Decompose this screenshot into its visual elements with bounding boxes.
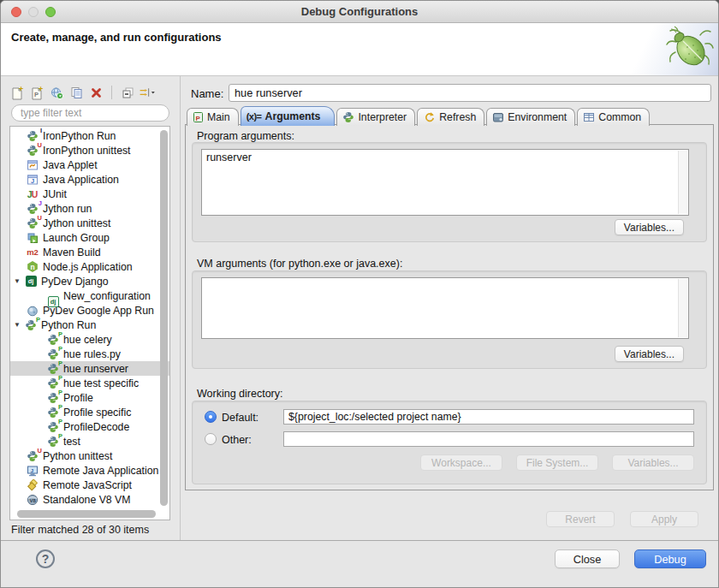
- default-label[interactable]: Default:: [222, 412, 258, 424]
- working-directory-label: Working directory:: [197, 388, 283, 400]
- delete-configuration-icon[interactable]: [87, 84, 104, 101]
- tree-item-java-application[interactable]: JJava Application: [10, 172, 169, 187]
- collapse-all-icon[interactable]: [119, 84, 136, 101]
- zoom-window-button[interactable]: [45, 7, 56, 17]
- maven-build-icon: m2: [26, 246, 39, 258]
- python-run-icon: P: [46, 392, 60, 404]
- program-arguments-group: runserver Variables...: [192, 142, 707, 242]
- pydev-django-icon: dj: [24, 276, 38, 288]
- other-label[interactable]: Other:: [222, 434, 252, 446]
- other-directory-input[interactable]: [283, 431, 694, 447]
- tree-item-python-unittest[interactable]: UPython unittest: [10, 448, 169, 463]
- tab-environment[interactable]: Environment: [486, 108, 575, 126]
- tree-item-hue-runserver[interactable]: Phue runserver: [10, 361, 169, 376]
- tab-interpreter[interactable]: Interpreter: [336, 108, 415, 126]
- jython-unittest-icon: U: [26, 217, 39, 229]
- v8-vm-icon: V8: [26, 494, 39, 506]
- refresh-tab-icon: [423, 111, 436, 123]
- tree-rows: IIronPython RunUIronPython unittestJava …: [10, 128, 169, 507]
- launch-group-icon: [26, 232, 39, 244]
- tree-item-profile-specific[interactable]: PProfile specific: [10, 405, 169, 419]
- tab-label: Interpreter: [358, 111, 407, 123]
- environment-tab-icon: [492, 111, 504, 123]
- expander-icon[interactable]: ▼: [12, 321, 24, 329]
- tree-horizontal-scrollbar[interactable]: [17, 510, 156, 518]
- textarea-scrollbar[interactable]: [678, 279, 687, 337]
- program-arguments-textarea[interactable]: runserver: [201, 149, 689, 216]
- tree-item-python-run[interactable]: ▼PPython Run: [10, 318, 169, 332]
- minimize-window-button[interactable]: [28, 7, 39, 17]
- workspace-button[interactable]: Workspace...: [420, 454, 502, 471]
- tree-item-hue-celery[interactable]: Phue celery: [10, 332, 169, 347]
- tree-item-pydev-google-app-run[interactable]: PyDev Google App Run: [10, 303, 169, 318]
- tree-item-maven-build[interactable]: m2Maven Build: [10, 245, 169, 259]
- help-button[interactable]: ?: [36, 549, 55, 568]
- tree-item-launch-group[interactable]: Launch Group: [10, 230, 169, 245]
- default-radio[interactable]: [205, 411, 217, 423]
- tree-item-jython-unittest[interactable]: UJython unittest: [10, 216, 169, 230]
- tree-item-profile[interactable]: PProfile: [10, 390, 169, 405]
- tree-item-profiledecode[interactable]: PProfileDecode: [10, 419, 169, 434]
- tab-label: Main: [207, 111, 230, 123]
- tree-item-test[interactable]: Ptest: [10, 434, 169, 448]
- close-window-button[interactable]: [11, 7, 21, 17]
- revert-button[interactable]: Revert: [546, 511, 615, 527]
- default-directory-input[interactable]: [283, 409, 694, 425]
- new-prototype-icon[interactable]: P+: [28, 84, 45, 101]
- pydev-django-new-icon: dj: [46, 290, 60, 302]
- textarea-scrollbar[interactable]: [678, 151, 687, 214]
- other-radio[interactable]: [205, 433, 217, 445]
- program-arguments-variables-button[interactable]: Variables...: [615, 219, 684, 235]
- filter-configurations-icon[interactable]: [139, 84, 156, 101]
- tree-item-label: PyDev Google App Run: [43, 305, 154, 317]
- dialog-button-bar: ? Close Debug: [1, 541, 718, 588]
- new-configuration-icon[interactable]: +: [9, 84, 26, 101]
- python-run-icon: P: [46, 421, 60, 433]
- tree-item-label: hue rules.py: [63, 348, 121, 360]
- vm-arguments-variables-button[interactable]: Variables...: [615, 346, 684, 362]
- tab-common[interactable]: Common: [577, 108, 650, 126]
- tree-item-standalone-v8-vm[interactable]: V8Standalone V8 VM: [10, 492, 169, 507]
- tree-item-label: Jython unittest: [43, 217, 110, 229]
- tree-item-ironpython-unittest[interactable]: UIronPython unittest: [10, 143, 169, 157]
- python-run-icon: P: [46, 348, 60, 360]
- header-banner: Create, manage, and run configurations: [1, 23, 718, 76]
- tree-item-label: Python unittest: [43, 450, 112, 462]
- debug-button[interactable]: Debug: [634, 549, 706, 568]
- apply-button[interactable]: Apply: [630, 511, 698, 527]
- file-system-button[interactable]: File System...: [516, 454, 598, 471]
- python-run-icon: P: [46, 363, 60, 375]
- configurations-tree[interactable]: IIronPython RunUIronPython unittestJava …: [9, 126, 170, 520]
- tree-item-new-configuration[interactable]: djNew_configuration: [10, 288, 169, 303]
- tree-vertical-scrollbar[interactable]: [160, 130, 168, 506]
- tree-item-remote-java-application[interactable]: JRemote Java Application: [10, 463, 169, 478]
- tree-item-ironpython-run[interactable]: IIronPython Run: [10, 128, 169, 143]
- vm-arguments-textarea[interactable]: [201, 277, 689, 339]
- tab-label: Arguments: [265, 110, 321, 122]
- tree-item-hue-rules-py[interactable]: Phue rules.py: [10, 347, 169, 361]
- tree-item-jython-run[interactable]: JJython run: [10, 201, 169, 216]
- tree-item-hue-test-specific[interactable]: Phue test specific: [10, 376, 169, 390]
- tree-item-pydev-django[interactable]: ▼djPyDev Django: [10, 274, 169, 288]
- title-bar: Debug Configurations: [1, 1, 718, 23]
- tab-arguments[interactable]: (x)=Arguments: [241, 106, 336, 126]
- tree-item-label: IronPython unittest: [43, 145, 131, 157]
- filter-input[interactable]: [11, 104, 169, 122]
- tree-item-junit[interactable]: JUJUnit: [10, 187, 169, 201]
- name-input[interactable]: [229, 84, 711, 102]
- close-button[interactable]: Close: [555, 549, 620, 568]
- duplicate-configuration-icon[interactable]: [68, 84, 85, 101]
- tree-item-node-js-application[interactable]: nNode.js Application: [10, 259, 169, 274]
- tree-item-remote-javascript[interactable]: Remote JavaScript: [10, 478, 169, 492]
- tab-label: Common: [598, 111, 641, 123]
- panel-sash[interactable]: [180, 76, 181, 540]
- tab-bar: PMain(x)=ArgumentsInterpreterRefreshEnvi…: [187, 104, 650, 125]
- tree-item-label: JUnit: [43, 188, 67, 200]
- export-configurations-icon[interactable]: [48, 84, 65, 101]
- name-label: Name:: [191, 87, 223, 100]
- tree-item-java-applet[interactable]: Java Applet: [10, 157, 169, 172]
- expander-icon[interactable]: ▼: [12, 277, 24, 285]
- tab-main[interactable]: PMain: [187, 108, 239, 126]
- variables-button[interactable]: Variables...: [612, 454, 694, 471]
- tab-refresh[interactable]: Refresh: [417, 108, 484, 126]
